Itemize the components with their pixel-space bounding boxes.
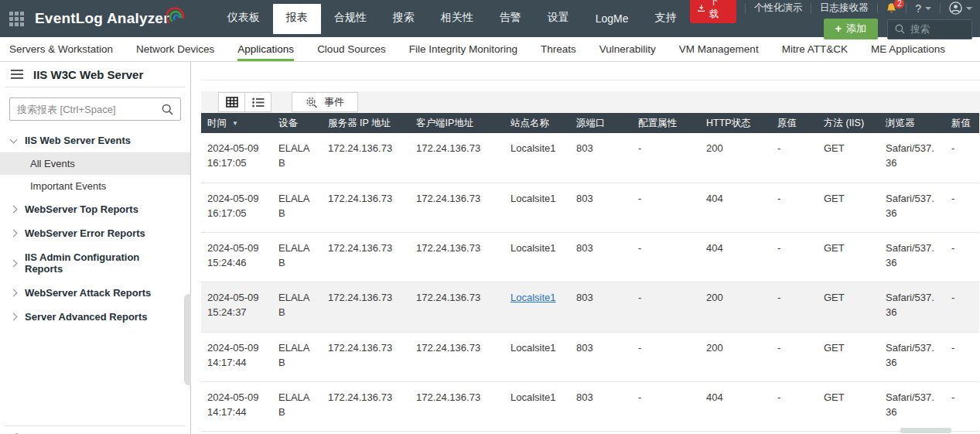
log-receiver-link[interactable]: 日志接收器: [820, 2, 869, 15]
help-menu[interactable]: ?: [915, 2, 931, 15]
cell-site: Localsite1: [504, 332, 570, 381]
cell-time: 2024-05-09 15:24:46: [201, 233, 272, 282]
cell-method: GET: [818, 233, 879, 282]
tree-item-webserver-error-reports[interactable]: WebServer Error Reports: [0, 221, 190, 245]
table-view-button[interactable]: [218, 92, 245, 112]
category-network-devices[interactable]: Network Devices: [136, 37, 214, 61]
app-grid-icon[interactable]: [9, 12, 24, 26]
table-row[interactable]: 2024-05-09 16:17:05 ELALAB 172.24.136.73…: [201, 133, 979, 183]
chevron-down-icon: [10, 135, 18, 143]
cell-browser: Safari/537.36: [879, 183, 945, 232]
cell-site: Localsite1: [504, 183, 570, 232]
cell-method: GET: [818, 332, 879, 381]
tree-item-all-events[interactable]: All Events: [0, 152, 190, 175]
cell-time: 2024-05-09 16:17:05: [201, 183, 272, 232]
tree-item-iis-web-server-events[interactable]: IIS Web Server Events: [0, 128, 190, 152]
nav-reports[interactable]: 报表: [273, 4, 321, 34]
horizontal-scrollbar-thumb[interactable]: [900, 428, 951, 433]
sidebar-collapse-handle[interactable]: [184, 294, 191, 385]
tree-item-webserver-attack-reports[interactable]: WebServer Attack Reports: [0, 281, 190, 305]
table-header: 时间▼ 设备 服务器 IP 地址 客户端IP地址 站点名称 源端口 配置属性 H…: [201, 113, 979, 133]
add-button[interactable]: + 添加: [824, 19, 878, 39]
table-row-highlighted[interactable]: 2024-05-09 15:24:37 ELALAB 172.24.136.73…: [201, 282, 979, 332]
report-search-input[interactable]: [17, 104, 157, 115]
site-link[interactable]: Localsite1: [510, 292, 556, 303]
topbar: EventLog Analyzer 仪表板 报表 合规性 搜索 相关性 告警 设…: [0, 0, 980, 37]
app-logo[interactable]: EventLog Analyzer: [35, 10, 185, 27]
nav-settings[interactable]: 设置: [534, 4, 582, 34]
column-server-ip[interactable]: 服务器 IP 地址: [322, 113, 410, 133]
cell-device: ELALAB: [272, 233, 322, 282]
column-time[interactable]: 时间▼: [201, 113, 272, 133]
event-fingerprint-search-icon: [306, 97, 318, 108]
column-old-value[interactable]: 原值: [771, 113, 818, 133]
table-row[interactable]: 2024-05-09 14:17:44 ELALAB 172.24.136.73…: [201, 381, 979, 431]
events-button[interactable]: 事件: [292, 92, 358, 112]
tree-item-important-events[interactable]: Important Events: [0, 175, 190, 197]
nav-alerts[interactable]: 告警: [487, 4, 534, 34]
nav-logme[interactable]: LogMe: [582, 5, 642, 34]
category-vulnerability[interactable]: Vulnerability: [599, 37, 656, 61]
category-file-integrity[interactable]: File Integrity Monitoring: [409, 37, 517, 61]
column-source-port[interactable]: 源端口: [570, 113, 632, 133]
nav-dashboard[interactable]: 仪表板: [214, 4, 273, 34]
cell-config: -: [632, 233, 700, 282]
nav-correlation[interactable]: 相关性: [428, 4, 487, 34]
hamburger-menu-icon[interactable]: [11, 70, 23, 79]
tree-item-webserver-top-reports[interactable]: WebServer Top Reports: [0, 197, 190, 221]
cell-server-ip: 172.24.136.73: [322, 381, 410, 431]
column-browser[interactable]: 浏览器: [879, 113, 945, 133]
chevron-down-icon: [966, 7, 972, 10]
cell-server-ip: 172.24.136.73: [322, 183, 410, 232]
tree-item-label: WebServer Attack Reports: [25, 287, 151, 299]
category-vm-management[interactable]: VM Management: [679, 37, 759, 61]
cell-old-value: -: [771, 381, 818, 431]
cell-port: 803: [570, 183, 632, 232]
personalized-demo-link[interactable]: 个性化演示: [754, 2, 803, 15]
table-row[interactable]: 2024-05-09 15:24:46 ELALAB 172.24.136.73…: [201, 233, 979, 282]
cell-config: -: [632, 332, 700, 381]
user-menu[interactable]: [949, 2, 972, 15]
category-cloud-sources[interactable]: Cloud Sources: [317, 37, 386, 61]
column-client-ip[interactable]: 客户端IP地址: [410, 113, 504, 133]
cell-method: GET: [818, 381, 879, 431]
category-mitre-attck[interactable]: Mitre ATT&CK: [782, 37, 848, 61]
tree-item-label: WebServer Top Reports: [25, 203, 138, 215]
help-label: ?: [915, 2, 921, 15]
cell-config: -: [632, 282, 700, 332]
global-search-input[interactable]: [910, 24, 965, 35]
column-method-iis[interactable]: 方法 (IIS): [818, 113, 879, 133]
global-search-box[interactable]: [887, 19, 972, 39]
column-new-value[interactable]: 新值: [945, 113, 979, 133]
nav-compliance[interactable]: 合规性: [321, 4, 380, 34]
cell-http-status: 200: [700, 133, 771, 183]
download-button[interactable]: 下载: [690, 0, 736, 23]
notifications-button[interactable]: 2: [886, 2, 897, 15]
nav-support[interactable]: 支持: [642, 4, 690, 34]
column-site-name[interactable]: 站点名称: [504, 113, 570, 133]
column-config-attribute[interactable]: 配置属性: [632, 113, 700, 133]
column-http-status[interactable]: HTTP状态: [700, 113, 771, 133]
category-applications[interactable]: Applications: [237, 37, 294, 61]
scheduled-reports-link[interactable]: Scheduled Reports: [0, 426, 190, 434]
column-device[interactable]: 设备: [272, 113, 322, 133]
list-view-button[interactable]: [244, 92, 271, 112]
cell-client-ip: 172.24.136.73: [410, 282, 504, 332]
cell-method: GET: [818, 133, 879, 183]
more-categories-button[interactable]: [968, 47, 980, 51]
table-row[interactable]: 2024-05-09 14:17:44 ELALAB 172.24.136.73…: [201, 332, 979, 381]
table-row[interactable]: 2024-05-09 16:17:05 ELALAB 172.24.136.73…: [201, 183, 979, 232]
cell-port: 803: [570, 233, 632, 282]
category-servers-workstation[interactable]: Servers & Workstation: [9, 37, 113, 61]
nav-search[interactable]: 搜索: [380, 4, 428, 34]
search-icon: [162, 104, 173, 115]
report-search-box[interactable]: [9, 97, 181, 121]
tree-item-iis-admin-configuration-reports[interactable]: IIS Admin Configuration Reports: [0, 245, 190, 281]
eventlog-analyzer-app: EventLog Analyzer 仪表板 报表 合规性 搜索 相关性 告警 设…: [0, 0, 980, 434]
cell-browser: Safari/537.36: [879, 233, 945, 282]
tree-item-server-advanced-reports[interactable]: Server Advanced Reports: [0, 305, 190, 329]
cell-client-ip: 172.24.136.73: [410, 133, 504, 183]
category-threats[interactable]: Threats: [541, 37, 576, 61]
category-me-applications[interactable]: ME Applications: [871, 37, 945, 61]
divider: [940, 3, 941, 13]
